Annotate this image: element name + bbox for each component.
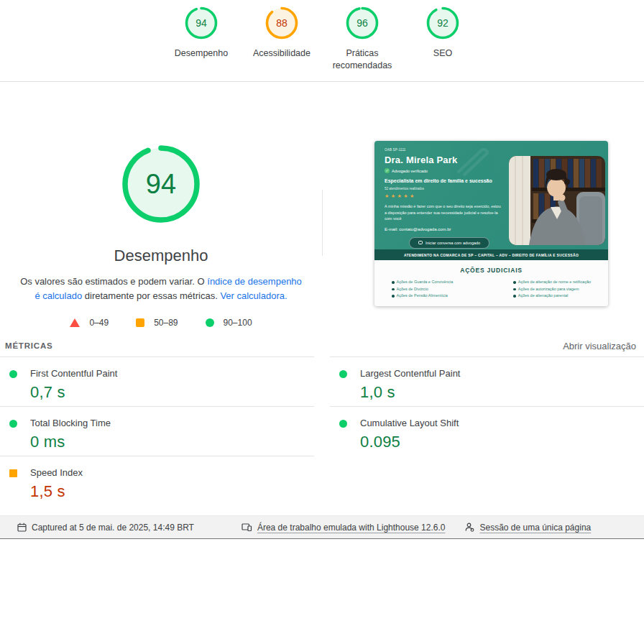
legend-pass: 90–100 [206, 318, 252, 328]
score-summary-strip: 94 Desempenho 88 Acessibilidade 96 [0, 0, 644, 82]
runtime-settings-footer: Captured at 5 de mai. de 2025, 14:49 BRT… [0, 515, 644, 539]
score-link-best-practices[interactable]: 96 Práticas recomendadas [322, 6, 402, 81]
metric-cumulative-layout-shift: Cumulative Layout Shift 0.095 [330, 407, 644, 456]
description-text: Os valores são estimados e podem variar.… [20, 276, 207, 287]
average-square-icon [136, 318, 144, 327]
metric-value: 0 ms [30, 433, 314, 451]
metric-value: 1,0 s [360, 383, 644, 402]
service-item: Ações de Divórcio [392, 286, 453, 293]
preview-services-section: AÇÕES JUDICIAIS Ações de Guarda e Conviv… [374, 260, 608, 306]
service-item: Ações de Guarda e Convivência [392, 279, 453, 286]
pass-circle-icon [206, 318, 214, 327]
verified-badge-label: Advogado verificado [392, 169, 428, 173]
accessibility-score-value: 88 [264, 6, 299, 40]
performance-main-score: 94 [119, 142, 203, 226]
performance-summary-section: 94 Desempenho Os valores são estimados e… [0, 82, 644, 337]
performance-title: Desempenho [0, 247, 322, 265]
accessibility-score-gauge: 88 [264, 6, 299, 40]
emulated-environment: Área de trabalho emulada with Lighthouse… [242, 523, 446, 533]
preview-oab-number: OAB SP-1111 [374, 141, 608, 152]
score-link-seo[interactable]: 92 SEO [402, 6, 483, 81]
metrics-column-left: First Contentful Paint 0,7 s Total Block… [0, 356, 314, 506]
seo-score-value: 92 [426, 6, 460, 40]
legend-fail: 0–49 [70, 318, 109, 328]
bullet-icon [392, 281, 395, 284]
pass-circle-icon [9, 420, 17, 428]
metric-value: 0,7 s [30, 383, 314, 402]
pass-circle-icon [9, 370, 17, 378]
lawyer-portrait-photo [509, 156, 605, 245]
check-icon: ✓ [385, 168, 390, 173]
metrics-column-right: Largest Contentful Paint 1,0 s Cumulativ… [330, 356, 644, 506]
preview-banner: ATENDIMENTO NA COMARCA DE SP – CAPITAL –… [374, 249, 608, 260]
accessibility-score-label: Acessibilidade [253, 47, 310, 60]
score-link-performance[interactable]: 94 Desempenho [161, 6, 242, 81]
desktop-device-icon [242, 523, 252, 532]
bullet-icon [392, 295, 395, 298]
preview-services-title: AÇÕES JUDICIAIS [374, 260, 608, 274]
legend-fail-range: 0–49 [89, 318, 109, 328]
services-column-right: Ações de alteração de nome e retificação… [513, 279, 591, 300]
fail-triangle-icon [70, 318, 80, 327]
service-item: Ações de autorização para viagem [513, 286, 591, 293]
description-text-2: diretamente por essas métricas. [82, 290, 220, 301]
metric-total-blocking-time: Total Blocking Time 0 ms [0, 407, 314, 456]
page-screenshot-thumbnail[interactable]: OAB SP-1111 Dra. Mirela Park ✓ Advogado … [374, 141, 608, 306]
environment-link[interactable]: Área de trabalho emulada with Lighthouse… [257, 523, 446, 533]
session-link[interactable]: Sessão de uma única página [479, 523, 591, 533]
service-item: Ações de alienação parental [513, 293, 591, 300]
metric-value: 1,5 s [30, 482, 314, 501]
seo-score-label: SEO [433, 47, 452, 60]
performance-main-gauge: 94 [119, 142, 203, 226]
preview-chat-button-label: Iniciar conversa com advogado [426, 241, 480, 245]
user-session-icon [465, 523, 474, 532]
preview-chat-button: Iniciar conversa com advogado [409, 237, 489, 249]
score-legend: 0–49 50–89 90–100 [0, 318, 322, 328]
capture-timestamp: Captured at 5 de mai. de 2025, 14:49 BRT [17, 523, 194, 533]
metrics-header: MÉTRICAS Abrir visualização [0, 337, 644, 356]
metric-largest-contentful-paint: Largest Contentful Paint 1,0 s [330, 357, 644, 407]
bullet-icon [513, 295, 516, 298]
service-item: Ações de Pensão Alimentícia [392, 293, 453, 300]
score-link-accessibility[interactable]: 88 Acessibilidade [242, 6, 322, 81]
performance-description: Os valores são estimados e podem variar.… [17, 275, 305, 303]
metrics-grid: First Contentful Paint 0,7 s Total Block… [0, 356, 644, 506]
pass-circle-icon [339, 420, 347, 428]
best-practices-score-value: 96 [345, 6, 380, 40]
bullet-icon [513, 281, 516, 284]
performance-score-value: 94 [184, 6, 218, 40]
service-item: Ações de alteração de nome e retificação [513, 279, 591, 286]
pass-circle-icon [339, 370, 347, 378]
performance-score-gauge: 94 [184, 6, 218, 40]
bullet-icon [513, 288, 516, 291]
metric-first-contentful-paint: First Contentful Paint 0,7 s [0, 357, 314, 407]
legend-average-range: 50–89 [154, 318, 178, 328]
metric-speed-index: Speed Index 1,5 s [0, 456, 314, 506]
services-column-left: Ações de Guarda e Convivência Ações de D… [392, 279, 453, 300]
calendar-icon [17, 523, 27, 532]
performance-score-label: Desempenho [175, 47, 228, 60]
bullet-icon [392, 288, 395, 291]
performance-summary-left: 94 Desempenho Os valores são estimados e… [0, 82, 322, 337]
lighthouse-report: 94 Desempenho 88 Acessibilidade 96 [0, 0, 644, 644]
average-square-icon [9, 469, 17, 477]
metric-value: 0.095 [360, 433, 644, 451]
session-type: Sessão de uma única página [465, 523, 591, 533]
chat-bubble-icon [418, 241, 423, 244]
metrics-section-title: MÉTRICAS [5, 341, 52, 350]
best-practices-score-label: Práticas recomendadas [326, 47, 399, 72]
open-visualization-link[interactable]: Abrir visualização [563, 341, 636, 351]
see-calculator-link[interactable]: Ver calculadora. [220, 290, 287, 301]
preview-hero: OAB SP-1111 Dra. Mirela Park ✓ Advogado … [374, 141, 608, 249]
seo-score-gauge: 92 [426, 6, 460, 40]
page-preview-column: OAB SP-1111 Dra. Mirela Park ✓ Advogado … [322, 82, 644, 337]
legend-pass-range: 90–100 [224, 318, 252, 328]
legend-average: 50–89 [136, 318, 178, 328]
best-practices-score-gauge: 96 [345, 6, 380, 40]
preview-mission-text: A minha missão é fazer com que o seu dir… [374, 199, 504, 222]
